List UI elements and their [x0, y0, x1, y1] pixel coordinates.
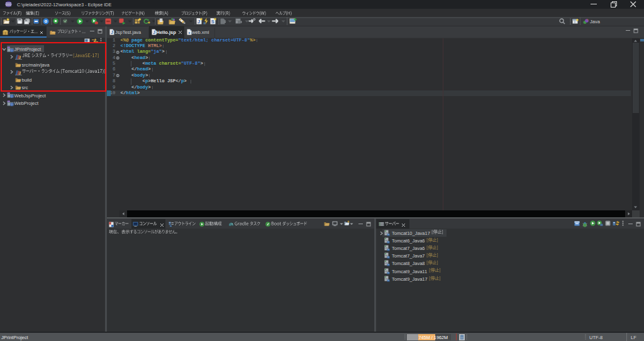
svg-text:J: J [197, 19, 199, 24]
svg-text:S: S [211, 19, 214, 24]
svg-text:J: J [111, 30, 113, 35]
svg-text:J: J [153, 30, 155, 35]
